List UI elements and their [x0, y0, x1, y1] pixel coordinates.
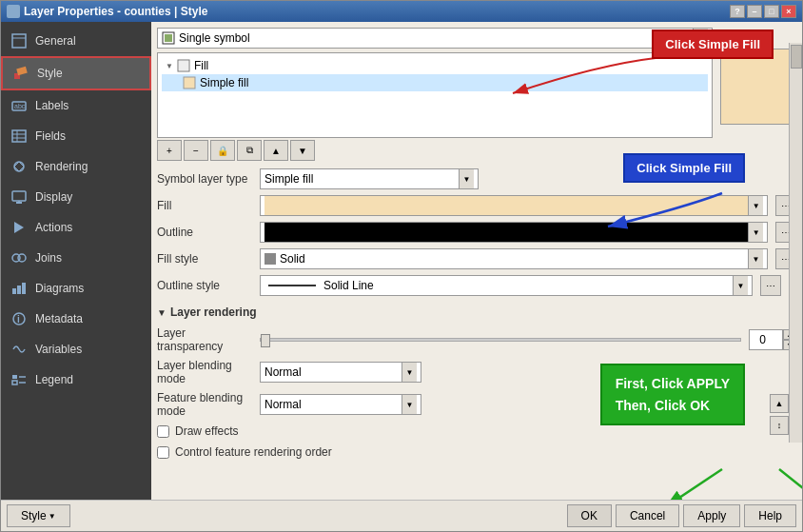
- titlebar: Layer Properties - counties | Style ? – …: [1, 1, 802, 22]
- minimize-button[interactable]: –: [747, 5, 762, 18]
- sidebar-item-actions-label: Actions: [35, 221, 72, 234]
- style-dropdown-arrow: ▼: [49, 512, 56, 521]
- sidebar-item-metadata[interactable]: i Metadata: [1, 304, 151, 334]
- tree-fill-item[interactable]: ▼ Fill: [162, 57, 708, 74]
- sidebar-item-fields[interactable]: Fields: [1, 121, 151, 151]
- layer-rendering-label: Layer rendering: [170, 305, 257, 319]
- window-title: Layer Properties - counties | Style: [24, 5, 207, 18]
- transparency-thumb[interactable]: [261, 334, 270, 347]
- section-toggle-icon: ▼: [157, 307, 166, 318]
- tree-simple-fill-item[interactable]: Simple fill: [162, 74, 708, 91]
- sidebar-item-diagrams-label: Diagrams: [35, 282, 84, 295]
- add-layer-button[interactable]: +: [157, 140, 182, 161]
- titlebar-left: Layer Properties - counties | Style: [7, 5, 207, 18]
- legend-icon: [10, 371, 28, 388]
- sidebar-item-style[interactable]: Style: [1, 56, 151, 90]
- cancel-label: Cancel: [630, 509, 665, 522]
- layer-blending-label: Layer blending mode: [157, 359, 252, 385]
- sidebar-item-rendering[interactable]: Rendering: [1, 151, 151, 182]
- fill-style-row: Fill style Solid ▼ ⋯: [157, 248, 796, 269]
- single-symbol-arrow: ▼: [693, 29, 708, 48]
- window-content: General Style abc Labels Fields: [1, 22, 802, 500]
- fill-label: Fill: [194, 59, 208, 72]
- sidebar-item-metadata-label: Metadata: [35, 312, 83, 325]
- svg-rect-6: [12, 130, 26, 142]
- sidebar-item-variables[interactable]: Variables: [1, 334, 151, 365]
- outline-style-menu-button[interactable]: ⋯: [760, 275, 781, 296]
- bottom-right: OK Cancel Apply Help: [567, 504, 796, 527]
- feature-blending-row: Feature blending mode Normal ▼: [157, 391, 796, 418]
- sidebar-item-display-label: Display: [35, 190, 72, 204]
- fill-style-combo[interactable]: Solid ▼: [260, 248, 768, 269]
- scrollbar-thumb[interactable]: [791, 45, 802, 69]
- sidebar-item-diagrams[interactable]: Diagrams: [1, 273, 151, 304]
- help-titlebar-button[interactable]: ?: [730, 5, 745, 18]
- sidebar-item-joins[interactable]: Joins: [1, 243, 151, 273]
- outline-color-control[interactable]: ▼: [260, 222, 768, 243]
- sidebar-item-rendering-label: Rendering: [35, 160, 88, 173]
- cancel-button[interactable]: Cancel: [616, 504, 679, 527]
- transparency-input[interactable]: [749, 329, 783, 350]
- sidebar-item-legend-label: Legend: [35, 373, 73, 386]
- side-down-button[interactable]: ↕: [770, 416, 789, 435]
- outline-color-swatch[interactable]: [264, 223, 748, 242]
- outline-label: Outline: [157, 226, 252, 239]
- single-symbol-combo[interactable]: Single symbol ▼: [157, 28, 713, 49]
- symbol-layer-type-combo[interactable]: Simple fill ▼: [260, 168, 479, 189]
- draw-effects-checkbox[interactable]: [157, 425, 169, 438]
- maximize-button[interactable]: □: [764, 5, 779, 18]
- symbol-layer-type-row: Symbol layer type Simple fill ▼ Click Si…: [157, 168, 796, 189]
- outline-style-row: Outline style Solid Line ▼ ⋯ ▸: [157, 275, 796, 296]
- layer-transparency-label: Layer transparency: [157, 326, 252, 353]
- rendering-icon: [10, 158, 28, 175]
- joins-icon: [10, 249, 28, 266]
- svg-rect-24: [12, 381, 17, 384]
- close-button[interactable]: ×: [781, 5, 796, 18]
- feature-blending-combo[interactable]: Normal ▼: [260, 394, 421, 415]
- window-icon: [7, 5, 20, 18]
- sidebar: General Style abc Labels Fields: [1, 22, 151, 500]
- remove-layer-button[interactable]: −: [184, 140, 208, 161]
- fill-label: Fill: [157, 199, 252, 212]
- style-icon: [12, 65, 29, 82]
- display-icon: [10, 188, 28, 206]
- fill-color-swatch[interactable]: [264, 196, 748, 215]
- layer-blending-combo[interactable]: Normal ▼: [260, 362, 421, 383]
- help-button[interactable]: Help: [744, 504, 796, 527]
- sidebar-item-display[interactable]: Display: [1, 182, 151, 212]
- metadata-icon: i: [10, 310, 28, 327]
- style-dropdown-button[interactable]: Style ▼: [7, 504, 70, 527]
- symbol-preview: [720, 49, 796, 125]
- draw-effects-label: Draw effects: [175, 424, 238, 438]
- sidebar-item-labels[interactable]: abc Labels: [1, 90, 151, 121]
- svg-rect-19: [22, 283, 26, 294]
- move-down-button[interactable]: ▼: [290, 140, 315, 161]
- control-rendering-label: Control feature rendering order: [175, 445, 332, 459]
- lock-layer-button[interactable]: 🔒: [210, 140, 235, 161]
- svg-rect-31: [184, 77, 195, 89]
- layer-transparency-row: Layer transparency ▲ ▼: [157, 326, 796, 353]
- actions-icon: [10, 219, 28, 236]
- duplicate-layer-button[interactable]: ⧉: [237, 140, 262, 161]
- sidebar-item-general[interactable]: General: [1, 26, 151, 56]
- diagrams-icon: [10, 280, 28, 297]
- sidebar-item-labels-label: Labels: [35, 99, 69, 112]
- side-up-button[interactable]: ▲: [770, 394, 789, 413]
- scrollbar[interactable]: [789, 43, 802, 443]
- layer-rendering-header[interactable]: ▼ Layer rendering: [157, 302, 796, 321]
- top-row: Single symbol ▼ ▼ Fill Simple fill: [157, 28, 796, 163]
- symbol-type-area: Single symbol ▼ ▼ Fill Simple fill: [157, 28, 713, 163]
- sidebar-item-actions[interactable]: Actions: [1, 212, 151, 243]
- fill-color-arrow: ▼: [748, 196, 763, 215]
- outline-style-combo[interactable]: Solid Line ▼: [260, 275, 753, 296]
- control-rendering-checkbox[interactable]: [157, 446, 169, 459]
- move-up-button[interactable]: ▲: [264, 140, 288, 161]
- side-buttons: ▲ ↕: [770, 394, 789, 435]
- svg-rect-22: [12, 375, 17, 379]
- sidebar-item-variables-label: Variables: [35, 343, 82, 356]
- sidebar-item-legend[interactable]: Legend: [1, 365, 151, 395]
- apply-button[interactable]: Apply: [683, 504, 740, 527]
- transparency-slider[interactable]: [260, 338, 741, 342]
- fill-color-control[interactable]: ▼: [260, 195, 768, 216]
- ok-button[interactable]: OK: [567, 504, 612, 527]
